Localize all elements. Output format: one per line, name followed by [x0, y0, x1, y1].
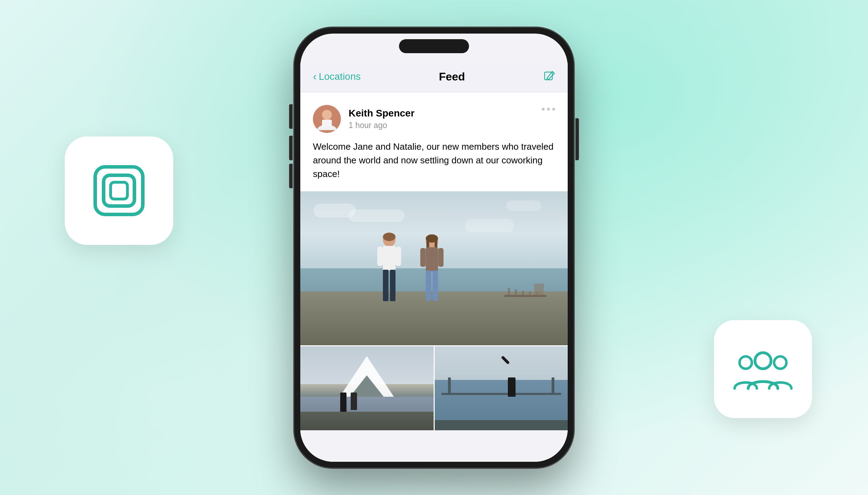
svg-rect-28: [426, 247, 438, 271]
feed-content: Keith Spencer 1 hour ago Welcome Jane an…: [300, 92, 568, 462]
svg-rect-23: [396, 247, 401, 266]
post-thumb-mountain[interactable]: [300, 346, 434, 430]
post-images: [300, 191, 568, 430]
svg-rect-13: [522, 291, 524, 297]
cloud: [506, 200, 541, 211]
svg-rect-11: [508, 288, 510, 297]
post-text: Welcome Jane and Natalie, our new member…: [300, 140, 568, 191]
pier: [504, 281, 546, 302]
menu-dot: [547, 108, 550, 111]
svg-rect-22: [377, 247, 383, 266]
phone-screen: ‹ Locations Feed: [300, 34, 568, 462]
author-name: Keith Spencer: [349, 107, 414, 119]
page-title: Feed: [439, 70, 465, 83]
svg-rect-29: [426, 271, 432, 301]
svg-rect-32: [438, 248, 444, 267]
post-header: Keith Spencer 1 hour ago: [300, 92, 568, 140]
nav-bar: ‹ Locations Feed: [300, 62, 568, 92]
post-card: Keith Spencer 1 hour ago Welcome Jane an…: [300, 92, 568, 430]
back-button[interactable]: ‹ Locations: [313, 71, 361, 82]
svg-point-5: [774, 356, 786, 369]
svg-rect-21: [390, 270, 396, 301]
more-button[interactable]: [542, 105, 555, 111]
cloud: [465, 219, 514, 232]
svg-rect-2: [111, 182, 127, 199]
figure-right: [418, 234, 446, 302]
phone-device: ‹ Locations Feed: [294, 27, 574, 468]
chevron-left-icon: ‹: [313, 71, 317, 82]
post-images-row: [300, 346, 568, 430]
svg-rect-20: [383, 270, 388, 301]
phone-frame: ‹ Locations Feed: [294, 27, 574, 468]
menu-dot: [542, 108, 545, 111]
figure-left: [375, 232, 403, 302]
svg-rect-31: [420, 248, 426, 267]
avatar-image: [313, 105, 341, 133]
svg-point-4: [740, 356, 752, 369]
author-time: 1 hour ago: [349, 121, 414, 130]
svg-rect-10: [504, 295, 546, 297]
svg-rect-1: [104, 175, 134, 206]
app-icon-right[interactable]: [714, 320, 812, 418]
edit-icon[interactable]: [543, 71, 555, 83]
svg-rect-12: [515, 289, 517, 297]
dynamic-island: [399, 39, 469, 53]
post-thumb-bridge[interactable]: [435, 346, 568, 430]
post-image-main[interactable]: [300, 191, 568, 345]
svg-point-8: [322, 110, 332, 120]
layers-icon: [91, 163, 147, 219]
svg-point-3: [755, 353, 771, 369]
menu-dot: [552, 108, 555, 111]
svg-rect-19: [383, 246, 396, 270]
back-label: Locations: [319, 71, 361, 82]
cloud: [349, 210, 405, 222]
svg-rect-16: [534, 284, 544, 295]
svg-rect-9: [322, 120, 332, 127]
app-icon-left[interactable]: [65, 136, 173, 245]
post-author: Keith Spencer 1 hour ago: [313, 105, 414, 133]
svg-point-18: [383, 233, 396, 241]
svg-rect-30: [433, 271, 438, 301]
svg-rect-14: [529, 291, 531, 297]
author-info: Keith Spencer 1 hour ago: [349, 107, 414, 130]
people-icon: [732, 343, 794, 395]
avatar[interactable]: [313, 105, 341, 133]
